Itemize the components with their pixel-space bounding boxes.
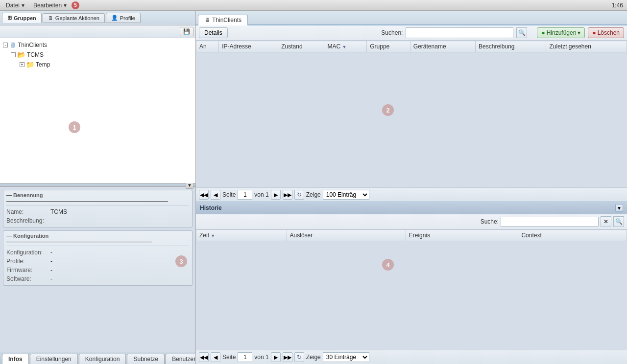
- history-search-button[interactable]: 🔍: [613, 216, 624, 227]
- delete-label: Löschen: [598, 29, 620, 36]
- left-panel: ⊞ Gruppen 🗓 Geplante Aktionen 👤 Profile …: [0, 11, 196, 364]
- page-first-button[interactable]: ◀◀: [199, 190, 209, 200]
- tab-thinclients-label: ThinClients: [212, 17, 241, 23]
- left-tabs-bar: ⊞ Gruppen 🗓 Geplante Aktionen 👤 Profile: [0, 11, 195, 25]
- bottom-tabs-bar: Infos Einstellungen Konfiguration Subnet…: [0, 352, 195, 364]
- hist-page-prev-button[interactable]: ◀: [211, 352, 220, 362]
- details-button[interactable]: Details: [199, 27, 228, 38]
- search-button[interactable]: 🔍: [516, 27, 527, 38]
- tree-node-thinclients[interactable]: - 🖥 ThinClients: [2, 40, 193, 50]
- search-input[interactable]: [406, 27, 513, 38]
- page-label: Seite: [222, 191, 236, 198]
- col-ip[interactable]: IP-Adresse: [219, 41, 278, 52]
- page-last-button[interactable]: ▶▶: [283, 190, 292, 200]
- col-an[interactable]: An: [196, 41, 219, 52]
- hist-page-input[interactable]: [238, 352, 252, 362]
- col-zuletzt[interactable]: Zuletzt gesehen: [546, 41, 627, 52]
- config-label: Konfiguration:: [6, 249, 50, 256]
- benennung-section: — Benennung ————————————————————————————…: [3, 190, 193, 228]
- history-search-label: Suche:: [481, 218, 499, 225]
- hist-show-select[interactable]: 30 Einträge 10 Einträge 50 Einträge 100 …: [323, 352, 369, 362]
- add-button[interactable]: ● Hinzufügen ▾: [537, 27, 585, 38]
- btab-infos[interactable]: Infos: [2, 354, 29, 364]
- main-container: ⊞ Gruppen 🗓 Geplante Aktionen 👤 Profile …: [0, 11, 627, 364]
- hist-col-context[interactable]: Context: [518, 230, 627, 241]
- hist-page-last-button[interactable]: ▶▶: [283, 352, 292, 362]
- hist-refresh-icon: ↻: [297, 354, 302, 361]
- tab-gruppen[interactable]: ⊞ Gruppen: [2, 13, 42, 23]
- col-gruppe[interactable]: Gruppe: [367, 41, 410, 52]
- annotation-badge-2: 2: [382, 104, 394, 116]
- page-prev-button[interactable]: ◀: [211, 190, 220, 200]
- add-label: Hinzufügen: [547, 29, 577, 36]
- desc-row: Beschreibung:: [6, 216, 189, 225]
- hist-last-icon: ▶▶: [284, 354, 291, 361]
- hist-col-ereignis[interactable]: Ereignis: [406, 230, 518, 241]
- tab-geplante[interactable]: 🗓 Geplante Aktionen: [43, 13, 105, 23]
- hist-page-next-button[interactable]: ▶: [271, 352, 281, 362]
- tree-toolbar: 💾: [0, 25, 195, 38]
- tree-container[interactable]: - 🖥 ThinClients - 📂 TCMS + 📁 Temp 1: [0, 38, 195, 183]
- profiles-label: Profile:: [6, 258, 50, 265]
- col-mac[interactable]: MAC ▼: [324, 41, 367, 52]
- history-collapse-button[interactable]: ▼: [615, 204, 623, 212]
- delete-button[interactable]: ● Löschen: [588, 27, 624, 38]
- refresh-button[interactable]: ↻: [294, 190, 304, 200]
- main-table-container[interactable]: An IP-Adresse Zustand MAC ▼: [196, 41, 627, 187]
- tree-node-thinclients-label: ThinClients: [18, 42, 47, 48]
- hist-refresh-button[interactable]: ↻: [294, 352, 304, 362]
- history-clear-button[interactable]: ✕: [601, 216, 611, 227]
- col-geraetename[interactable]: Gerätename: [410, 41, 475, 52]
- firmware-row: Firmware: -: [6, 266, 189, 274]
- firmware-label: Firmware:: [6, 267, 50, 273]
- hist-col-ausloser[interactable]: Auslöser: [287, 230, 406, 241]
- col-beschreibung[interactable]: Beschreibung: [476, 41, 546, 52]
- hist-show-label: Zeige: [306, 354, 321, 361]
- desc-label: Beschreibung:: [6, 217, 50, 224]
- tree-node-tcms[interactable]: - 📂 TCMS: [2, 50, 193, 60]
- folder-tcms-icon: 📂: [17, 51, 25, 59]
- right-upper-section: Details Suchen: 🔍 ● Hinzufügen ▾ ● Lösch…: [196, 25, 627, 202]
- btab-subnetze[interactable]: Subnetze: [127, 354, 165, 364]
- first-page-icon: ◀◀: [200, 192, 208, 198]
- expand-temp[interactable]: +: [20, 62, 24, 67]
- history-search-input[interactable]: [501, 217, 599, 227]
- software-label: Software:: [6, 275, 50, 282]
- history-pagination: ◀◀ ◀ Seite von 1 ▶ ▶▶ ↻ Zeige: [196, 350, 627, 364]
- hist-col-zeit[interactable]: Zeit ▼: [196, 230, 287, 241]
- plus-icon: ●: [541, 29, 545, 36]
- page-next-button[interactable]: ▶: [271, 190, 281, 200]
- col-zustand[interactable]: Zustand: [278, 41, 324, 52]
- profile-icon: 👤: [111, 15, 118, 21]
- software-value: -: [50, 275, 52, 282]
- menubar: Datei ▾ Bearbeiten ▾ 5 1:46: [0, 0, 627, 11]
- name-label: Name:: [6, 208, 50, 215]
- tab-profile[interactable]: 👤 Profile: [106, 13, 141, 23]
- show-select[interactable]: 100 Einträg 50 Einträge 200 Einträge 500…: [323, 190, 369, 200]
- search-icon: 🔍: [615, 218, 623, 225]
- history-table-container[interactable]: Zeit ▼ Auslöser Ereignis Context: [196, 229, 627, 350]
- history-header-row: Zeit ▼ Auslöser Ereignis Context: [196, 230, 627, 241]
- tab-thinclients[interactable]: 🖥 ThinClients: [198, 15, 248, 25]
- menu-datei[interactable]: Datei ▾: [2, 1, 28, 10]
- expand-tcms[interactable]: -: [11, 52, 16, 57]
- table-header-row: An IP-Adresse Zustand MAC ▼: [196, 41, 627, 52]
- btab-konfiguration[interactable]: Konfiguration: [79, 354, 126, 364]
- expand-thinclients[interactable]: -: [3, 43, 8, 47]
- page-input[interactable]: [238, 190, 252, 200]
- hist-page-label: Seite: [222, 354, 236, 361]
- history-title: Historie: [200, 205, 222, 211]
- resize-handle[interactable]: ▼: [0, 183, 195, 187]
- tree-save-button[interactable]: 💾: [180, 27, 193, 36]
- config-value: -: [50, 249, 52, 256]
- menu-bearbeiten-label: Bearbeiten: [33, 2, 62, 9]
- tree-node-tcms-label: TCMS: [27, 51, 44, 58]
- hist-page-first-button[interactable]: ◀◀: [199, 352, 209, 362]
- btab-benutzer[interactable]: Benutzer: [166, 354, 195, 364]
- tree-node-temp[interactable]: + 📁 Temp: [2, 60, 193, 69]
- menu-bearbeiten[interactable]: Bearbeiten ▾: [29, 1, 71, 10]
- config-row: Konfiguration: -: [6, 248, 189, 257]
- right-tabs-bar: 🖥 ThinClients: [196, 11, 627, 25]
- btab-einstellungen[interactable]: Einstellungen: [30, 354, 78, 364]
- folder-temp-icon: 📁: [26, 61, 34, 68]
